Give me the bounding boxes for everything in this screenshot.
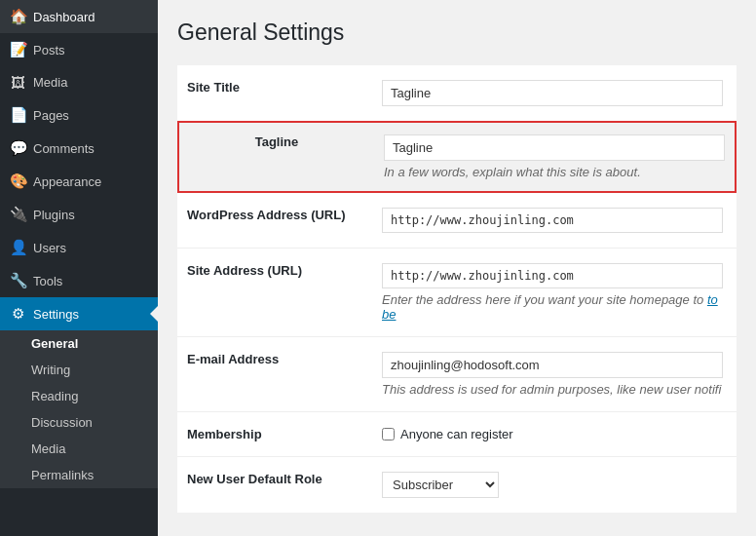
wp-address-input[interactable] (382, 208, 723, 233)
settings-form: Site Title (177, 65, 737, 121)
membership-row: Membership Anyone can register (177, 412, 737, 457)
sidebar-item-comments[interactable]: 💬Comments (0, 132, 158, 165)
tagline-description: In a few words, explain what this site i… (384, 165, 725, 179)
sidebar-item-media[interactable]: 🖼Media (0, 66, 158, 98)
tagline-row: Tagline In a few words, explain what thi… (179, 123, 735, 191)
sidebar-item-pages[interactable]: 📄Pages (0, 98, 158, 132)
pages-icon: 📄 (10, 106, 25, 124)
tagline-label: Tagline (179, 123, 374, 191)
site-address-row: Site Address (URL) Enter the address her… (177, 249, 737, 337)
wp-address-row: WordPress Address (URL) (177, 193, 737, 249)
media-icon: 🖼 (10, 74, 25, 91)
comments-icon: 💬 (10, 139, 25, 157)
main-content: General Settings Site Title Tagline In a… (158, 0, 756, 536)
settings-form-2: WordPress Address (URL) Site Address (UR… (177, 193, 737, 513)
submenu-item-general[interactable]: General (0, 330, 158, 357)
sidebar-label-media: Media (33, 75, 67, 90)
users-icon: 👤 (10, 239, 25, 256)
site-title-label: Site Title (177, 65, 372, 121)
submenu-item-writing[interactable]: Writing (0, 357, 158, 383)
membership-checkbox[interactable] (382, 428, 395, 440)
sidebar-item-settings[interactable]: ⚙Settings (0, 297, 158, 330)
sidebar-label-plugins: Plugins (33, 208, 75, 222)
sidebar-label-comments: Comments (33, 141, 94, 156)
tagline-input[interactable] (384, 134, 725, 161)
sidebar-item-users[interactable]: 👤Users (0, 231, 158, 264)
wp-address-label: WordPress Address (URL) (177, 193, 372, 249)
submenu-item-permalinks[interactable]: Permalinks (0, 462, 158, 488)
email-label: E-mail Address (177, 337, 372, 412)
sidebar-item-appearance[interactable]: 🎨Appearance (0, 165, 158, 198)
sidebar-item-tools[interactable]: 🔧Tools (0, 264, 158, 297)
submenu-settings: GeneralWritingReadingDiscussionMediaPerm… (0, 330, 158, 488)
appearance-icon: 🎨 (10, 172, 25, 190)
dashboard-icon: 🏠 (10, 8, 25, 25)
email-row: E-mail Address This address is used for … (177, 337, 737, 412)
site-address-label: Site Address (URL) (177, 249, 372, 337)
sidebar-label-dashboard: Dashboard (33, 10, 95, 24)
sidebar-label-users: Users (33, 241, 66, 255)
sidebar-item-plugins[interactable]: 🔌Plugins (0, 198, 158, 231)
sidebar-item-dashboard[interactable]: 🏠Dashboard (0, 0, 158, 33)
site-title-input[interactable] (382, 80, 723, 106)
page-title: General Settings (177, 19, 737, 46)
sidebar-label-pages: Pages (33, 108, 69, 123)
membership-label: Membership (177, 412, 372, 457)
submenu-item-reading[interactable]: Reading (0, 383, 158, 409)
plugins-icon: 🔌 (10, 206, 25, 223)
site-address-input[interactable] (382, 263, 723, 288)
sidebar-label-settings: Settings (33, 307, 79, 322)
sidebar-item-posts[interactable]: 📝Posts (0, 33, 158, 66)
tools-icon: 🔧 (10, 272, 25, 289)
site-title-row: Site Title (177, 65, 737, 121)
email-input[interactable] (382, 352, 723, 378)
submenu-item-discussion[interactable]: Discussion (0, 409, 158, 436)
submenu-item-media[interactable]: Media (0, 436, 158, 462)
settings-icon: ⚙ (10, 305, 25, 323)
default-role-label: New User Default Role (177, 457, 372, 514)
site-address-description: Enter the address here if you want your … (382, 292, 727, 322)
sidebar: 🏠Dashboard📝Posts🖼Media📄Pages💬Comments🎨Ap… (0, 0, 158, 536)
email-description: This address is used for admin purposes,… (382, 382, 727, 397)
sidebar-label-tools: Tools (33, 274, 62, 288)
sidebar-label-appearance: Appearance (33, 174, 101, 189)
default-role-row: New User Default Role SubscriberContribu… (177, 457, 737, 514)
sidebar-label-posts: Posts (33, 43, 65, 57)
tagline-section: Tagline In a few words, explain what thi… (177, 121, 737, 193)
posts-icon: 📝 (10, 41, 25, 58)
membership-checkbox-label: Anyone can register (382, 427, 727, 441)
default-role-select[interactable]: SubscriberContributorAuthorEditorAdminis… (382, 472, 499, 498)
